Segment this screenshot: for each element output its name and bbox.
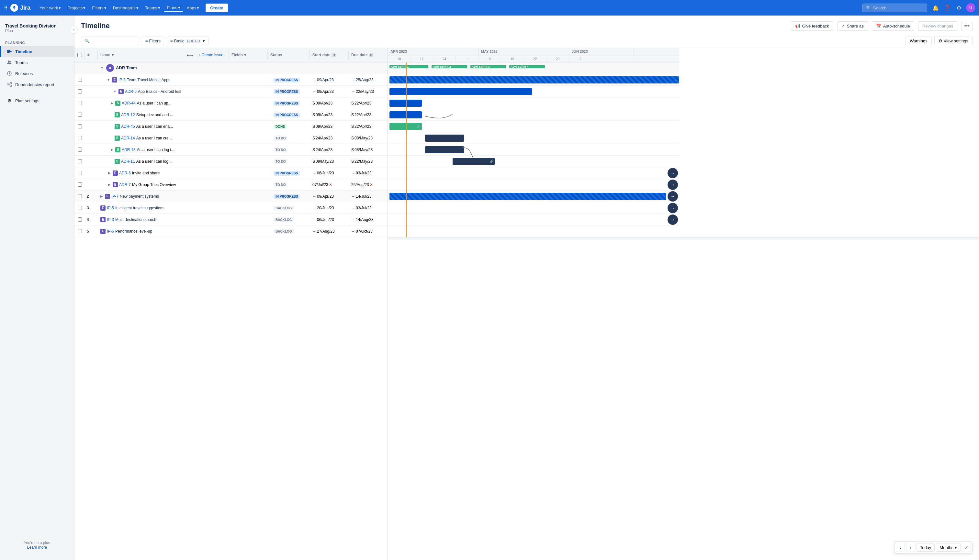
row-checkbox[interactable] bbox=[78, 171, 82, 175]
create-button[interactable]: Create bbox=[205, 3, 227, 12]
gantt-bar-adr45[interactable]: 🔗 bbox=[389, 123, 422, 130]
sidebar-item-teams[interactable]: Teams bbox=[0, 57, 74, 68]
expand-ip7[interactable]: ▶ bbox=[100, 195, 103, 198]
sidebar-item-dependencies[interactable]: Dependencies report bbox=[0, 79, 74, 90]
gantt-arrow-adr6[interactable]: → bbox=[668, 168, 678, 178]
gantt-months-button[interactable]: Months ▾ bbox=[936, 543, 961, 552]
nav-filters[interactable]: Filters ▾ bbox=[89, 4, 109, 12]
issue-key[interactable]: ADR-6 bbox=[119, 171, 131, 175]
gantt-today-button[interactable]: Today bbox=[917, 543, 935, 552]
gantt-arrow-ip7[interactable]: → bbox=[668, 191, 678, 202]
expand-ip8[interactable]: ▼ bbox=[107, 78, 110, 82]
row-checkbox[interactable] bbox=[78, 217, 82, 222]
expand-adr7[interactable]: ▶ bbox=[108, 183, 111, 186]
row-checkbox[interactable] bbox=[78, 194, 82, 198]
col-issue[interactable]: Issue ▾ bbox=[100, 53, 114, 57]
notifications-icon[interactable]: 🔔 bbox=[931, 3, 940, 12]
issue-key[interactable]: ADR-14 bbox=[121, 136, 135, 140]
create-issue-button[interactable]: + Create issue bbox=[195, 52, 226, 58]
row-checkbox[interactable] bbox=[78, 78, 82, 82]
row-checkbox[interactable] bbox=[78, 182, 82, 187]
issue-key-adr5[interactable]: ADR-5 bbox=[125, 89, 137, 94]
expand-adr-team[interactable]: ▼ bbox=[100, 66, 104, 70]
issue-title[interactable]: As a user I can cre... bbox=[136, 136, 172, 140]
sidebar-item-releases[interactable]: Releases bbox=[0, 68, 74, 79]
issue-key[interactable]: ADR-44 bbox=[122, 101, 135, 105]
issue-title[interactable]: As a user I can up... bbox=[137, 101, 172, 105]
row-checkbox[interactable] bbox=[78, 113, 82, 117]
nav-projects[interactable]: Projects ▾ bbox=[65, 4, 88, 12]
issue-key[interactable]: ADR-45 bbox=[121, 124, 135, 129]
gantt-expand-button[interactable]: ⤢ bbox=[962, 543, 971, 552]
expand-adr6[interactable]: ▶ bbox=[108, 171, 111, 175]
sidebar-item-settings[interactable]: ⚙ Plan settings bbox=[0, 95, 74, 106]
issue-key[interactable]: ADR-7 bbox=[119, 182, 131, 187]
gantt-scrollbar[interactable] bbox=[388, 237, 979, 240]
row-checkbox[interactable] bbox=[78, 148, 82, 152]
gantt-arrow-adr7[interactable]: → bbox=[668, 180, 678, 190]
nav-your-work[interactable]: Your work ▾ bbox=[37, 4, 63, 12]
row-checkbox[interactable] bbox=[78, 89, 82, 93]
gantt-arrow-ip3[interactable]: → bbox=[668, 215, 678, 225]
gantt-bar-ip8[interactable]: → bbox=[389, 77, 679, 83]
issue-title[interactable]: As a user I can log i... bbox=[136, 159, 174, 164]
issue-title[interactable]: Multi-destination search bbox=[115, 217, 156, 222]
expand-adr44[interactable]: ▶ bbox=[111, 101, 113, 105]
view-settings-button[interactable]: ⚙ View settings bbox=[934, 37, 972, 45]
issue-key[interactable]: ADR-13 bbox=[122, 148, 135, 152]
filters-button[interactable]: ≡ Filters bbox=[142, 37, 164, 45]
gantt-bar-adr11[interactable]: 🔗 bbox=[453, 158, 495, 165]
col-due-date[interactable]: Due date D bbox=[349, 50, 388, 60]
nav-logo[interactable]: Jira bbox=[10, 4, 30, 12]
issue-key[interactable]: ADR-11 bbox=[121, 159, 135, 164]
nav-dashboards[interactable]: Dashboards ▾ bbox=[110, 4, 141, 12]
search-input[interactable]: 🔍 bbox=[81, 37, 139, 45]
issue-title[interactable]: My Group Trips Overview bbox=[132, 182, 176, 187]
gantt-bar-ip7[interactable] bbox=[389, 193, 666, 200]
nav-teams[interactable]: Teams ▾ bbox=[142, 4, 163, 12]
project-name[interactable]: Travel Booking Division bbox=[5, 23, 69, 28]
col-fields[interactable]: Fields ▾ bbox=[229, 50, 268, 60]
help-icon[interactable]: ❓ bbox=[943, 3, 952, 12]
gantt-bar-adr13[interactable] bbox=[425, 146, 464, 153]
gantt-bar-adr12[interactable] bbox=[389, 111, 422, 118]
grid-icon[interactable]: ⠿ bbox=[4, 5, 8, 11]
give-feedback-button[interactable]: 📢 Give feedback bbox=[791, 22, 833, 31]
col-start-date[interactable]: Start date D bbox=[310, 50, 349, 60]
issue-title[interactable]: As a user I can ena... bbox=[136, 124, 173, 129]
gantt-next-button[interactable]: › bbox=[906, 543, 915, 552]
issue-title[interactable]: As a user I can log i... bbox=[137, 148, 174, 152]
auto-schedule-button[interactable]: 📅 Auto-schedule bbox=[872, 22, 914, 31]
row-checkbox[interactable] bbox=[78, 101, 82, 105]
issue-key-ip7[interactable]: IP-7 bbox=[111, 194, 119, 198]
issue-title[interactable]: Invite and share bbox=[132, 171, 160, 175]
gantt-arrow-ip5[interactable]: → bbox=[668, 203, 678, 213]
sidebar-collapse-button[interactable]: ‹ bbox=[70, 26, 78, 33]
issue-key-ip3[interactable]: IP-3 bbox=[107, 217, 114, 222]
expand-adr5[interactable]: ▼ bbox=[113, 90, 117, 93]
issue-key-ip6[interactable]: IP-6 bbox=[107, 229, 114, 233]
row-checkbox[interactable] bbox=[78, 124, 82, 128]
learn-more-link[interactable]: Learn more bbox=[27, 545, 47, 550]
row-checkbox[interactable] bbox=[78, 159, 82, 163]
issue-key-ip5[interactable]: IP-5 bbox=[107, 206, 114, 210]
row-checkbox[interactable] bbox=[78, 136, 82, 140]
gantt-bar-adr5[interactable] bbox=[389, 88, 532, 95]
gantt-bar-adr44[interactable] bbox=[389, 100, 422, 107]
sidebar-item-timeline[interactable]: Timeline bbox=[0, 46, 74, 57]
issue-title[interactable]: New payment systems bbox=[120, 194, 159, 198]
nav-plans[interactable]: Plans ▾ bbox=[164, 4, 183, 12]
issue-title[interactable]: Team Travel Mobile Apps bbox=[127, 78, 170, 82]
basic-button[interactable]: ≡ Basic EDITED ▾ bbox=[167, 37, 209, 45]
user-avatar[interactable]: U bbox=[966, 3, 975, 12]
issue-title[interactable]: Performance level-up bbox=[115, 229, 152, 233]
gantt-bar-adr14[interactable] bbox=[425, 135, 464, 142]
issue-title[interactable]: Setup dev and and ... bbox=[136, 113, 173, 117]
issue-title[interactable]: Intelligent travel suggestions bbox=[115, 206, 164, 210]
row-checkbox[interactable] bbox=[78, 229, 82, 233]
gantt-prev-button[interactable]: ‹ bbox=[896, 543, 905, 552]
row-checkbox[interactable] bbox=[78, 206, 82, 210]
warnings-button[interactable]: Warnings bbox=[905, 37, 931, 45]
settings-icon[interactable]: ⚙ bbox=[954, 3, 964, 12]
issue-key[interactable]: ADR-12 bbox=[121, 113, 135, 117]
